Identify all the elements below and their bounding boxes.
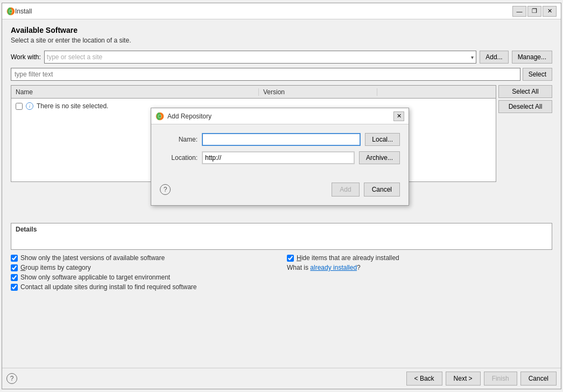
dialog-body: Name: Local... Location: Archive... [151, 124, 409, 178]
work-with-label: Work with: [11, 53, 41, 61]
dialog-cancel-button[interactable]: Cancel [364, 183, 400, 197]
dialog-title: Add Repository [167, 113, 393, 120]
details-label: Details [16, 226, 547, 233]
checkbox-group-category: Group items by category [11, 264, 276, 271]
group-category-checkbox[interactable] [11, 264, 18, 271]
name-input[interactable] [202, 133, 361, 146]
table-header: Name Version [11, 86, 496, 99]
info-icon: i [26, 102, 33, 110]
help-icon[interactable]: ? [6, 373, 17, 384]
section-title: Available Software [11, 26, 552, 34]
version-column-header: Version [259, 88, 377, 96]
section-subtitle: Select a site or enter the location of a… [11, 37, 552, 44]
back-button[interactable]: < Back [406, 372, 442, 386]
add-repository-dialog: Add Repository ✕ Name: Local... Location… [151, 108, 409, 206]
manage-button[interactable]: Manage... [512, 51, 552, 64]
contact-sites-checkbox[interactable] [11, 284, 18, 291]
side-buttons: Select All Deselect All [498, 85, 552, 219]
checkbox-target-env: Show only software applicable to target … [11, 274, 276, 281]
details-area: Details [11, 223, 552, 250]
row-checkbox[interactable] [16, 103, 23, 110]
dialog-title-bar: Add Repository ✕ [151, 108, 409, 124]
already-installed-row: What is already installed? [287, 264, 552, 271]
add-site-button[interactable]: Add... [480, 51, 508, 64]
dialog-help-icon[interactable]: ? [160, 184, 171, 195]
local-button[interactable]: Local... [365, 133, 400, 146]
checkbox-hide-installed: Hide items that are already installed [287, 254, 552, 262]
dialog-icon [156, 112, 164, 121]
name-label: Name: [160, 136, 198, 143]
checkboxes-section: Show only the latest versions of availab… [11, 254, 552, 291]
filter-input[interactable] [11, 68, 520, 81]
dialog-footer: ? Add Cancel [151, 178, 409, 205]
dialog-add-button[interactable]: Add [332, 183, 359, 197]
cancel-button[interactable]: Cancel [520, 372, 557, 386]
name-column-header: Name [11, 88, 259, 96]
location-input[interactable] [202, 151, 355, 164]
checkbox-latest-versions: Show only the latest versions of availab… [11, 254, 276, 262]
target-env-checkbox[interactable] [11, 274, 18, 281]
location-row: Location: Archive... [160, 151, 400, 164]
work-with-combo[interactable]: type or select a site ▾ [44, 51, 476, 64]
filter-row: Select [11, 68, 552, 81]
combo-arrow-icon: ▾ [471, 54, 474, 60]
select-button[interactable]: Select [523, 68, 552, 81]
location-label: Location: [160, 154, 198, 162]
select-all-button[interactable]: Select All [498, 85, 552, 98]
bottom-bar: ? < Back Next > Finish Cancel [2, 368, 561, 389]
already-installed-link[interactable]: already installed [310, 264, 357, 271]
name-row: Name: Local... [160, 133, 400, 146]
combo-placeholder: type or select a site [47, 53, 102, 61]
minimize-button[interactable]: — [512, 6, 526, 17]
svg-point-4 [157, 113, 161, 120]
window-title: Install [15, 8, 512, 15]
deselect-all-button[interactable]: Deselect All [498, 100, 552, 113]
checkbox-contact-sites: Contact all update sites during install … [11, 283, 552, 291]
title-bar: Install — ❐ ✕ [2, 3, 561, 19]
hide-installed-checkbox[interactable] [287, 255, 294, 262]
dialog-close-button[interactable]: ✕ [393, 111, 404, 121]
window-controls: — ❐ ✕ [512, 6, 557, 17]
next-button[interactable]: Next > [446, 372, 481, 386]
restore-button[interactable]: ❐ [527, 6, 541, 17]
close-button[interactable]: ✕ [543, 6, 557, 17]
no-site-text: There is no site selected. [37, 102, 108, 110]
finish-button[interactable]: Finish [484, 372, 517, 386]
svg-point-1 [8, 8, 12, 15]
latest-versions-checkbox[interactable] [11, 255, 18, 262]
archive-button[interactable]: Archive... [359, 151, 400, 164]
work-with-row: Work with: type or select a site ▾ Add..… [11, 51, 552, 64]
app-icon [6, 7, 15, 16]
